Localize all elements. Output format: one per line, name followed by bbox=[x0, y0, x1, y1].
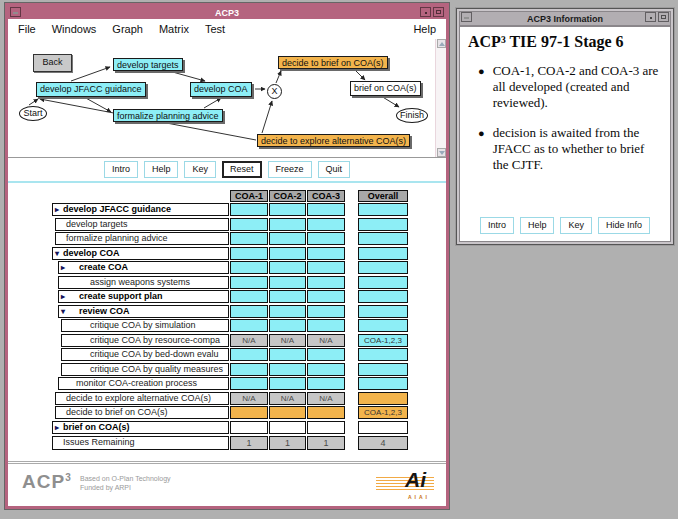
cell-overall[interactable] bbox=[358, 261, 408, 274]
graph-node-decide_brief[interactable]: decide to brief on COA(s) bbox=[278, 56, 388, 69]
info-key-button[interactable]: Key bbox=[560, 217, 592, 234]
cell-coa-2[interactable] bbox=[269, 261, 306, 274]
cell-coa-2[interactable] bbox=[269, 319, 306, 332]
toolbar-reset-button[interactable]: Reset bbox=[222, 161, 262, 178]
cell-coa-3[interactable]: N/A bbox=[307, 392, 345, 405]
graph-node-targets[interactable]: develop targets bbox=[113, 58, 183, 71]
cell-overall[interactable] bbox=[358, 363, 408, 376]
cell-coa-1[interactable] bbox=[230, 247, 268, 260]
cell-coa-3[interactable] bbox=[307, 261, 345, 274]
tree-expand-icon[interactable]: ▸ bbox=[55, 422, 59, 433]
menu-windows[interactable]: Windows bbox=[52, 23, 97, 35]
cell-overall[interactable]: COA-1,2,3 bbox=[358, 334, 408, 347]
cell-overall[interactable] bbox=[358, 218, 408, 231]
graph-node-start[interactable]: Start bbox=[19, 106, 47, 121]
main-titlebar[interactable]: ACP3 bbox=[8, 6, 446, 19]
cell-coa-1[interactable] bbox=[230, 377, 268, 390]
minimize-icon[interactable] bbox=[645, 12, 656, 22]
cell-coa-2[interactable] bbox=[269, 406, 306, 419]
row-label[interactable]: formalize planning advice bbox=[55, 232, 229, 245]
window-menu-icon[interactable] bbox=[461, 12, 472, 22]
row-label[interactable]: monitor COA-creation process bbox=[58, 377, 229, 390]
cell-coa-1[interactable]: N/A bbox=[230, 334, 268, 347]
back-button[interactable]: Back bbox=[33, 54, 72, 72]
row-label[interactable]: critique COA by resource-compa bbox=[61, 334, 229, 347]
toolbar-quit-button[interactable]: Quit bbox=[318, 161, 351, 178]
cell-coa-1[interactable] bbox=[230, 421, 268, 434]
info-titlebar[interactable]: ACP3 Information bbox=[459, 11, 671, 26]
issues-overall[interactable]: 4 bbox=[358, 436, 408, 450]
cell-coa-1[interactable] bbox=[230, 232, 268, 245]
cell-coa-1[interactable] bbox=[230, 218, 268, 231]
issues-coa-1[interactable]: 1 bbox=[230, 436, 268, 450]
cell-coa-2[interactable] bbox=[269, 203, 306, 216]
cell-overall[interactable] bbox=[358, 377, 408, 390]
row-label[interactable]: ▸create support plan bbox=[58, 290, 229, 303]
row-label[interactable]: ▾develop COA bbox=[52, 247, 229, 260]
cell-coa-3[interactable] bbox=[307, 203, 345, 216]
cell-overall[interactable] bbox=[358, 247, 408, 260]
tree-expand-icon[interactable]: ▸ bbox=[61, 291, 65, 302]
info-intro-button[interactable]: Intro bbox=[480, 217, 514, 234]
graph-node-brief[interactable]: brief on COA(s) bbox=[350, 81, 421, 96]
cell-coa-2[interactable] bbox=[269, 218, 306, 231]
issues-coa-3[interactable]: 1 bbox=[307, 436, 345, 450]
cell-coa-1[interactable]: N/A bbox=[230, 392, 268, 405]
menu-graph[interactable]: Graph bbox=[112, 23, 143, 35]
toolbar-help-button[interactable]: Help bbox=[144, 161, 179, 178]
row-label[interactable]: decide to brief on COA(s) bbox=[55, 406, 229, 419]
cell-coa-3[interactable]: N/A bbox=[307, 334, 345, 347]
toolbar-freeze-button[interactable]: Freeze bbox=[268, 161, 312, 178]
cell-coa-3[interactable] bbox=[307, 363, 345, 376]
toolbar-intro-button[interactable]: Intro bbox=[104, 161, 138, 178]
cell-coa-1[interactable] bbox=[230, 305, 268, 318]
cell-coa-3[interactable] bbox=[307, 218, 345, 231]
row-label[interactable]: critique COA by bed-down evalu bbox=[61, 348, 229, 361]
row-label[interactable]: ▾review COA bbox=[58, 305, 229, 318]
menu-help[interactable]: Help bbox=[413, 23, 436, 35]
cell-overall[interactable]: COA-1,2,3 bbox=[358, 406, 408, 419]
cell-coa-1[interactable] bbox=[230, 319, 268, 332]
row-label[interactable]: critique COA by quality measures bbox=[61, 363, 229, 376]
cell-coa-1[interactable] bbox=[230, 290, 268, 303]
menu-file[interactable]: File bbox=[18, 23, 36, 35]
info-hide-info-button[interactable]: Hide Info bbox=[598, 217, 650, 234]
window-menu-icon[interactable] bbox=[10, 7, 21, 17]
cell-coa-1[interactable] bbox=[230, 276, 268, 289]
cell-coa-3[interactable] bbox=[307, 290, 345, 303]
scroll-up-icon[interactable] bbox=[437, 39, 446, 48]
cell-overall[interactable] bbox=[358, 305, 408, 318]
graph-vertical-scrollbar[interactable] bbox=[435, 39, 446, 157]
row-label[interactable]: ▸develop JFACC guidance bbox=[52, 203, 229, 216]
cell-coa-2[interactable] bbox=[269, 232, 306, 245]
cell-coa-3[interactable] bbox=[307, 232, 345, 245]
cell-coa-2[interactable] bbox=[269, 305, 306, 318]
cell-coa-3[interactable] bbox=[307, 421, 345, 434]
cell-coa-2[interactable] bbox=[269, 276, 306, 289]
cell-coa-2[interactable]: N/A bbox=[269, 392, 306, 405]
cell-coa-2[interactable] bbox=[269, 247, 306, 260]
tree-collapse-icon[interactable]: ▾ bbox=[55, 248, 59, 259]
cell-coa-2[interactable] bbox=[269, 290, 306, 303]
cell-coa-3[interactable] bbox=[307, 377, 345, 390]
issues-coa-2[interactable]: 1 bbox=[269, 436, 306, 450]
row-label[interactable]: ▸brief on COA(s) bbox=[52, 421, 229, 434]
cell-coa-2[interactable] bbox=[269, 421, 306, 434]
cell-coa-3[interactable] bbox=[307, 305, 345, 318]
cell-overall[interactable] bbox=[358, 421, 408, 434]
toolbar-key-button[interactable]: Key bbox=[184, 161, 216, 178]
cell-coa-2[interactable]: N/A bbox=[269, 334, 306, 347]
graph-node-formalize[interactable]: formalize planning advice bbox=[113, 109, 223, 122]
graph-node-jfacc[interactable]: develop JFACC guidance bbox=[36, 82, 146, 97]
graph-node-decide_explore[interactable]: decide to explore alternative COA(s) bbox=[257, 134, 410, 147]
graph-node-xgate[interactable]: X bbox=[267, 84, 282, 99]
tree-expand-icon[interactable]: ▸ bbox=[61, 262, 65, 273]
menu-matrix[interactable]: Matrix bbox=[159, 23, 189, 35]
row-label[interactable]: assign weapons systems bbox=[58, 276, 229, 289]
cell-overall[interactable] bbox=[358, 276, 408, 289]
row-label[interactable]: develop targets bbox=[55, 218, 229, 231]
cell-overall[interactable] bbox=[358, 392, 408, 405]
cell-overall[interactable] bbox=[358, 290, 408, 303]
row-label[interactable]: decide to explore alternative COA(s) bbox=[55, 392, 229, 405]
cell-coa-1[interactable] bbox=[230, 348, 268, 361]
